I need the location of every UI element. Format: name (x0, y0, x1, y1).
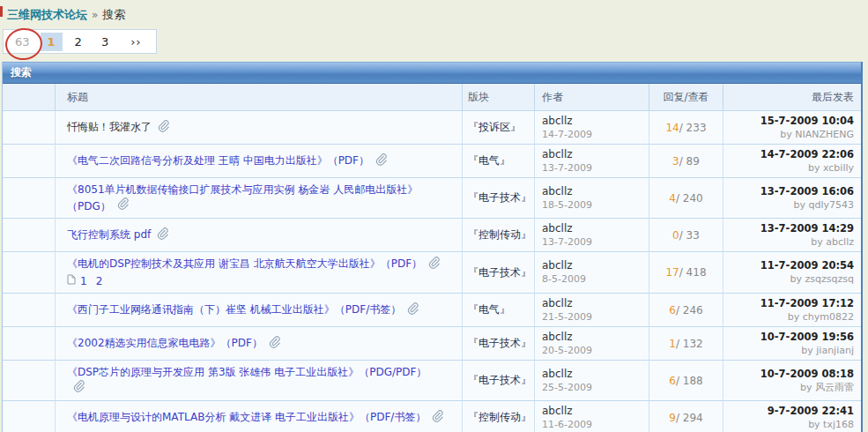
attachment-paperclip-icon (431, 413, 443, 425)
view-count: / 89 (679, 155, 700, 168)
thread-title-link[interactable]: 《电机原理与设计的MATLAB分析 戴文进译 电子工业出版社》（PDF/书签） (67, 411, 426, 423)
thread-title-line: 《电机原理与设计的MATLAB分析 戴文进译 电子工业出版社》（PDF/书签） (67, 409, 462, 427)
attachment-paperclip-icon (406, 305, 419, 317)
forum-link[interactable]: 『控制传动』 (468, 227, 531, 242)
replies-views-cell: 0 / 33 (649, 219, 723, 252)
thread-title-cell: 《DSP芯片的原理与开发应用 第3版 张雄伟 电子工业出版社》（PDG/PDF） (56, 361, 463, 401)
thread-start-date: 21-5-2009 (542, 310, 649, 324)
attachment-paperclip-icon (157, 123, 169, 135)
thread-title-line: 《西门子工业网络通讯指南（下）崔坚 机械工业出版社》（PDF/书签） (67, 302, 462, 319)
reply-count: 14 (665, 122, 679, 134)
replies-views-cell: 1 / 132 (649, 327, 723, 361)
header-replies-views: 回复/查看 (649, 84, 723, 111)
author-link[interactable]: abcllz (542, 259, 649, 272)
thread-title-link[interactable]: 《西门子工业网络通讯指南（下）崔坚 机械工业出版社》（PDF/书签） (67, 303, 401, 316)
lastpost-user-link[interactable]: by qdly7543 (793, 198, 854, 212)
thread-title-line: 飞行控制系统 pdf (67, 227, 462, 244)
thread-title-link[interactable]: 《DSP芯片的原理与开发应用 第3版 张雄伟 电子工业出版社》（PDG/PDF） (67, 366, 427, 378)
search-results-body: 忏悔贴！我灌水了 『投诉区』 abcllz 14-7-2009 14 / 233… (3, 111, 861, 432)
breadcrumb: 三维网技术论坛»搜索 (7, 7, 125, 23)
author-link[interactable]: abcllz (542, 148, 649, 161)
thread-title-line: 《电机的DSP控制技术及其应用 谢宝昌 北京航天航空大学出版社》（PDF） (67, 256, 462, 273)
lastpost-user-link[interactable]: by xcbilly (808, 161, 854, 175)
thread-start-date: 13-7-2009 (542, 235, 649, 249)
breadcrumb-current: 搜索 (102, 8, 125, 21)
multipage-link[interactable]: 1 (80, 275, 87, 287)
forum-link[interactable]: 『控制传动』 (468, 410, 531, 425)
forum-cell: 『电子技术』 (463, 178, 535, 219)
lastpost-user-link[interactable]: by abcllz (811, 235, 854, 249)
thread-start-date: 20-5-2009 (542, 344, 649, 357)
forum-cell: 『控制传动』 (463, 401, 535, 432)
thread-title-link[interactable]: 《电机的DSP控制技术及其应用 谢宝昌 北京航天航空大学出版社》（PDF） (67, 257, 422, 270)
table-row: 《电机的DSP控制技术及其应用 谢宝昌 北京航天航空大学出版社》（PDF） 12… (3, 252, 861, 294)
pagination-page-3[interactable]: 3 (94, 33, 115, 51)
table-row: 忏悔贴！我灌水了 『投诉区』 abcllz 14-7-2009 14 / 233… (3, 111, 861, 145)
thread-title-link[interactable]: 《电气二次回路信号分析及处理 王晴 中国电力出版社》（PDF） (67, 154, 369, 167)
lastpost-user-link[interactable]: by zsqzsqzsq (790, 272, 854, 286)
breadcrumb-forum-link[interactable]: 三维网技术论坛 (7, 8, 87, 21)
author-link[interactable]: abcllz (542, 405, 649, 418)
author-link[interactable]: abcllz (542, 222, 649, 235)
forum-link[interactable]: 『电气』 (468, 153, 510, 168)
forum-link[interactable]: 『电子技术』 (468, 190, 531, 205)
pagination-current-page[interactable]: 1 (41, 33, 63, 51)
thread-title-link[interactable]: 飞行控制系统 pdf (67, 228, 151, 241)
thread-icon-cell (3, 111, 56, 145)
search-results-table: 搜索 标题 版块 作者 回复/查看 最后发表 忏悔贴！我灌水了 『投诉区』 ab… (2, 62, 863, 432)
forum-link[interactable]: 『投诉区』 (468, 120, 521, 135)
lastpost-cell: 13-7-2009 16:06 by qdly7543 (723, 178, 861, 219)
lastpost-cell: 14-7-2009 22:06 by xcbilly (723, 145, 861, 178)
lastpost-date: 13-7-2009 16:06 (760, 185, 854, 198)
lastpost-user-link[interactable]: by NIANZHENG (780, 128, 854, 141)
thread-start-date: 14-7-2009 (542, 128, 649, 141)
lastpost-date: 13-7-2009 14:29 (760, 222, 854, 235)
thread-title-link[interactable]: 忏悔贴！我灌水了 (67, 121, 152, 133)
reply-count: 1 (669, 338, 676, 350)
author-link[interactable]: abcllz (542, 185, 649, 198)
thread-title-line2: （PDG） (67, 197, 462, 214)
forum-link[interactable]: 『电气』 (468, 302, 510, 317)
thread-start-date: 13-7-2009 (542, 161, 649, 175)
pagination-total-label: 63 (15, 35, 30, 48)
attachment-paperclip-icon (116, 197, 129, 214)
thread-icon-cell (3, 252, 56, 294)
pagination-page-2[interactable]: 2 (68, 33, 89, 51)
forum-cell: 『投诉区』 (463, 111, 535, 145)
author-link[interactable]: abcllz (542, 368, 649, 381)
table-title-bar: 搜索 (3, 62, 861, 84)
forum-link[interactable]: 『电子技术』 (468, 265, 531, 280)
lastpost-user-link[interactable]: by txj168 (808, 418, 854, 431)
author-link[interactable]: abcllz (542, 331, 649, 344)
lastpost-user-link[interactable]: by jianjianj (801, 344, 854, 357)
lastpost-user-link[interactable]: by chym0822 (788, 310, 854, 324)
thread-title-line2 (67, 380, 462, 397)
reply-count: 6 (669, 375, 676, 387)
author-link[interactable]: abcllz (542, 297, 649, 310)
reply-count: 17 (665, 266, 679, 279)
thread-icon-cell (3, 361, 56, 401)
lastpost-cell: 9-7-2009 22:41 by txj168 (723, 401, 861, 432)
table-row: 《电气二次回路信号分析及处理 王晴 中国电力出版社》（PDF） 『电气』 abc… (3, 145, 861, 178)
multipage-document-icon (67, 273, 76, 289)
forum-cell: 『电子技术』 (463, 361, 535, 401)
replies-views-cell: 6 / 188 (649, 361, 723, 401)
thread-title-line: 《DSP芯片的原理与开发应用 第3版 张雄伟 电子工业出版社》（PDG/PDF） (67, 364, 462, 380)
forum-link[interactable]: 『电子技术』 (468, 336, 531, 351)
thread-title-link[interactable]: 《8051单片机数据传输接口扩展技术与应用实例 杨金岩 人民邮电出版社》 (67, 183, 418, 196)
header-lastpost: 最后发表 (723, 84, 861, 111)
thread-title-wrap[interactable]: （PDG） (67, 198, 111, 214)
pagination-total-pages[interactable]: 63 (7, 35, 38, 48)
table-header-row: 标题 版块 作者 回复/查看 最后发表 (3, 84, 861, 111)
author-cell: abcllz 25-5-2009 (535, 361, 649, 401)
view-count: / 418 (679, 266, 707, 279)
thread-title-cell: 飞行控制系统 pdf (56, 219, 463, 252)
forum-cell: 『电子技术』 (463, 252, 535, 294)
lastpost-user-link[interactable]: by 风云雨雷 (800, 381, 854, 394)
multipage-link[interactable]: 2 (96, 275, 103, 287)
lastpost-date: 10-7-2009 19:56 (760, 331, 854, 344)
thread-title-link[interactable]: 《2002精选实用信息家电电路》（PDF） (67, 337, 263, 349)
pagination-next-button[interactable]: ›› (123, 33, 148, 51)
author-link[interactable]: abcllz (542, 115, 649, 128)
forum-link[interactable]: 『电子技术』 (468, 373, 531, 388)
